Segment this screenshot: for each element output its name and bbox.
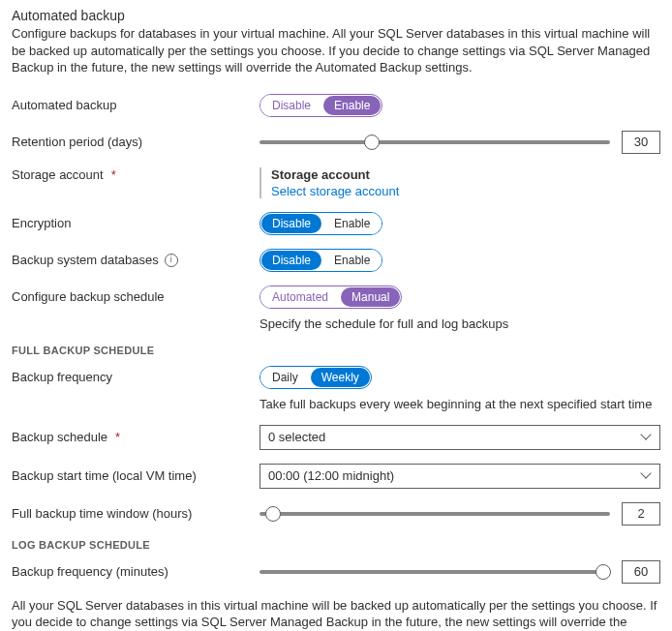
- chevron-down-icon: [642, 433, 652, 442]
- retention-slider-thumb[interactable]: [364, 135, 380, 150]
- row-log-frequency: Backup frequency (minutes) 60: [12, 560, 660, 584]
- encryption-enable[interactable]: Enable: [322, 213, 382, 234]
- panel-description: Configure backups for databases in your …: [12, 25, 660, 76]
- row-system-db: Backup system databases i Disable Enable: [12, 249, 660, 272]
- automated-backup-toggle[interactable]: Disable Enable: [260, 94, 382, 117]
- full-schedule-heading: FULL BACKUP SCHEDULE: [12, 345, 660, 356]
- log-frequency-label: Backup frequency (minutes): [12, 564, 260, 579]
- backup-schedule-label: Backup schedule*: [12, 430, 260, 444]
- full-frequency-weekly[interactable]: Weekly: [311, 368, 370, 387]
- row-automated-backup: Automated backup Disable Enable: [12, 94, 660, 117]
- backup-schedule-dropdown[interactable]: 0 selected: [260, 425, 660, 450]
- row-full-frequency: Backup frequency Daily Weekly: [12, 366, 660, 389]
- schedule-mode-automated[interactable]: Automated: [260, 286, 340, 308]
- encryption-disable[interactable]: Disable: [261, 214, 321, 233]
- footer-text: All your SQL Server databases in this vi…: [12, 597, 660, 631]
- row-backup-schedule: Backup schedule* 0 selected: [12, 425, 660, 450]
- chevron-down-icon: [642, 471, 652, 481]
- info-icon[interactable]: i: [165, 254, 178, 267]
- storage-label: Storage account*: [12, 167, 260, 182]
- full-frequency-daily[interactable]: Daily: [260, 367, 310, 388]
- log-frequency-slider-thumb[interactable]: [596, 564, 611, 580]
- automated-backup-label: Automated backup: [12, 98, 260, 112]
- backup-schedule-value: 0 selected: [268, 430, 325, 444]
- row-schedule-mode: Configure backup schedule Automated Manu…: [12, 285, 660, 309]
- start-time-dropdown[interactable]: 00:00 (12:00 midnight): [260, 464, 660, 489]
- storage-heading: Storage account: [271, 167, 399, 182]
- retention-slider[interactable]: [260, 140, 610, 144]
- encryption-toggle[interactable]: Disable Enable: [260, 212, 382, 235]
- automated-backup-enable[interactable]: Enable: [323, 96, 381, 115]
- row-start-time: Backup start time (local VM time) 00:00 …: [12, 464, 660, 489]
- encryption-label: Encryption: [12, 216, 260, 230]
- full-frequency-help: Take full backups every week beginning a…: [12, 397, 660, 411]
- panel-title: Automated backup: [12, 8, 660, 23]
- full-frequency-toggle[interactable]: Daily Weekly: [260, 366, 372, 389]
- automated-backup-disable[interactable]: Disable: [260, 95, 322, 116]
- row-time-window: Full backup time window (hours) 2: [12, 502, 660, 526]
- system-db-enable[interactable]: Enable: [322, 250, 382, 271]
- start-time-label: Backup start time (local VM time): [12, 468, 260, 483]
- schedule-mode-toggle[interactable]: Automated Manual: [260, 285, 402, 309]
- row-encryption: Encryption Disable Enable: [12, 212, 660, 235]
- system-db-label: Backup system databases i: [12, 253, 260, 267]
- schedule-mode-manual[interactable]: Manual: [341, 287, 400, 307]
- row-storage: Storage account* Storage account Select …: [12, 167, 660, 198]
- row-retention: Retention period (days) 30: [12, 131, 660, 154]
- start-time-value: 00:00 (12:00 midnight): [268, 468, 394, 483]
- time-window-slider[interactable]: [260, 512, 610, 516]
- log-schedule-heading: LOG BACKUP SCHEDULE: [12, 539, 660, 551]
- select-storage-link[interactable]: Select storage account: [271, 184, 399, 198]
- system-db-toggle[interactable]: Disable Enable: [260, 249, 382, 272]
- retention-label: Retention period (days): [12, 135, 260, 149]
- retention-value[interactable]: 30: [622, 131, 660, 154]
- time-window-label: Full backup time window (hours): [12, 506, 260, 521]
- schedule-mode-help: Specify the schedule for full and log ba…: [12, 316, 660, 331]
- time-window-slider-thumb[interactable]: [265, 506, 281, 522]
- schedule-mode-label: Configure backup schedule: [12, 289, 260, 304]
- time-window-value[interactable]: 2: [622, 502, 660, 526]
- log-frequency-value[interactable]: 60: [622, 560, 660, 584]
- log-frequency-slider[interactable]: [260, 570, 610, 574]
- system-db-disable[interactable]: Disable: [261, 251, 321, 270]
- full-frequency-label: Backup frequency: [12, 370, 260, 384]
